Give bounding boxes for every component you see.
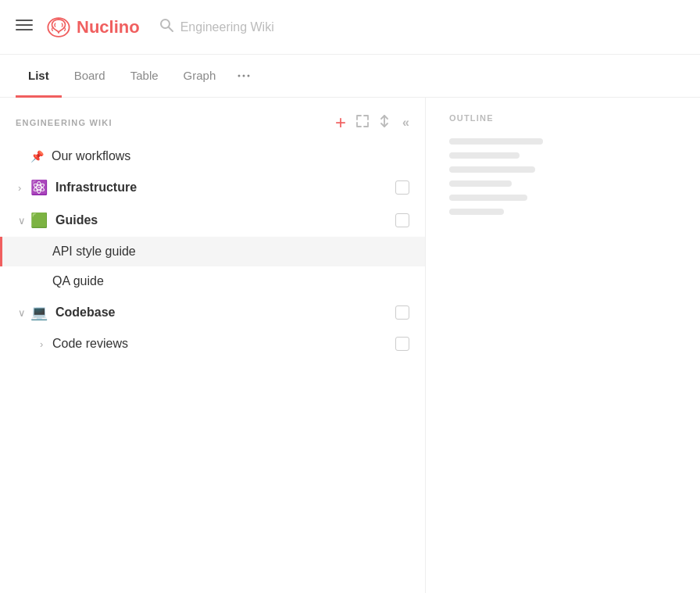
tab-list[interactable]: List [16, 55, 62, 98]
chevron-icon: ∨ [18, 215, 30, 227]
item-checkbox[interactable] [395, 180, 409, 195]
item-label: Our workflows [52, 149, 409, 163]
list-item[interactable]: QA guide [0, 266, 425, 296]
list-item[interactable]: ∨ 🟩 Guides [0, 204, 425, 237]
expand-icon[interactable] [355, 114, 370, 132]
search-icon [159, 17, 174, 37]
svg-line-5 [169, 27, 173, 31]
item-label: QA guide [52, 274, 409, 288]
svg-point-7 [243, 74, 245, 77]
add-item-button[interactable]: + [335, 113, 346, 132]
svg-rect-0 [16, 20, 33, 21]
logo-text: Nuclino [77, 17, 140, 38]
list-item[interactable]: API style guide [0, 237, 425, 266]
tab-table[interactable]: Table [118, 55, 171, 98]
item-checkbox[interactable] [395, 337, 409, 351]
menu-icon[interactable] [16, 16, 33, 38]
main-layout: ENGINEERING WIKI + [0, 98, 700, 593]
item-checkbox[interactable] [395, 305, 409, 320]
item-label: Code reviews [52, 337, 395, 351]
tree-items: 📌 Our workflows › ⚛️ Infrastructure ∨ 🟩 … [0, 141, 425, 374]
item-label: Codebase [55, 305, 395, 320]
pin-icon: 📌 [30, 150, 44, 163]
outline-line [449, 180, 512, 187]
close-sidebar-icon[interactable]: « [402, 116, 409, 130]
sidebar-title: ENGINEERING WIKI [16, 118, 112, 127]
list-item[interactable]: › ⚛️ Infrastructure [0, 171, 425, 204]
item-emoji: 🟩 [30, 212, 48, 229]
sidebar-header: ENGINEERING WIKI + [0, 98, 425, 141]
item-label: API style guide [52, 245, 409, 259]
collapse-icon[interactable] [379, 114, 393, 132]
outline-panel: OUTLINE [426, 98, 700, 593]
brain-icon [45, 14, 72, 41]
item-emoji: ⚛️ [30, 179, 48, 196]
list-item[interactable]: 📌 Our workflows [0, 141, 425, 171]
outline-line [449, 195, 527, 201]
item-emoji: 💻 [30, 304, 48, 321]
outline-line [449, 209, 504, 215]
sidebar: ENGINEERING WIKI + [0, 98, 426, 593]
outline-line [449, 138, 543, 145]
tab-bar: List Board Table Graph [0, 55, 700, 98]
item-label: Guides [55, 213, 395, 227]
svg-point-8 [248, 74, 250, 77]
outline-title: OUTLINE [449, 113, 677, 123]
chevron-icon: › [18, 182, 30, 194]
svg-point-6 [238, 74, 241, 77]
header: Nuclino Engineering Wiki [0, 0, 700, 55]
list-item[interactable]: ∨ 💻 Codebase [0, 296, 425, 329]
list-item[interactable]: › Code reviews [0, 329, 425, 359]
svg-point-3 [48, 18, 69, 37]
search-placeholder: Engineering Wiki [180, 20, 274, 34]
sidebar-actions: + « [335, 113, 409, 132]
item-label: Infrastructure [55, 180, 395, 195]
outline-line [449, 166, 535, 173]
logo[interactable]: Nuclino [45, 14, 140, 41]
search-area[interactable]: Engineering Wiki [159, 17, 274, 37]
tab-graph[interactable]: Graph [171, 55, 229, 98]
svg-rect-1 [16, 24, 33, 26]
outline-line [449, 152, 520, 159]
outline-lines [449, 138, 677, 215]
svg-rect-2 [16, 29, 33, 30]
tab-board[interactable]: Board [62, 55, 118, 98]
item-checkbox[interactable] [395, 213, 409, 227]
more-options-button[interactable] [228, 54, 259, 97]
chevron-icon: › [40, 338, 52, 350]
chevron-icon: ∨ [18, 307, 30, 319]
